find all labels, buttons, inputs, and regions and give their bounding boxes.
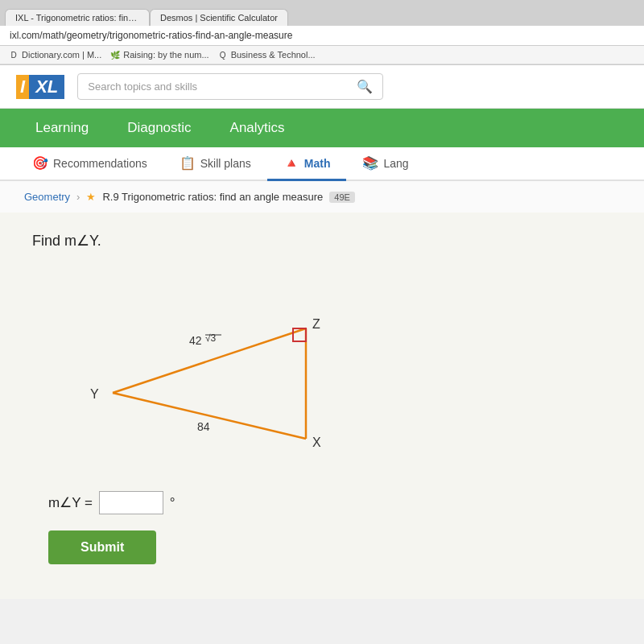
- vertex-x-label: X: [312, 436, 321, 449]
- bookmark-icon-raising: 🌿: [109, 49, 121, 60]
- math-icon: 🔺: [283, 155, 299, 171]
- ixl-header: I XL Search topics and skills 🔍: [0, 65, 644, 109]
- answer-label: m∠Y =: [48, 494, 93, 511]
- search-placeholder: Search topics and skills: [88, 80, 197, 93]
- bookmarks-bar: D Dictionary.com | M... 🌿 Raising: by th…: [0, 46, 644, 64]
- degree-symbol: °: [170, 495, 175, 511]
- search-bar[interactable]: Search topics and skills 🔍: [77, 73, 383, 100]
- sub-nav: 🎯 Recommendations 📋 Skill plans 🔺 Math 📚…: [0, 147, 644, 181]
- svg-text:√3: √3: [205, 332, 217, 344]
- bookmark-icon-business: Q: [217, 49, 229, 60]
- breadcrumb: Geometry › ★ R.9 Trigonometric ratios: f…: [0, 181, 644, 213]
- search-icon: 🔍: [357, 79, 373, 94]
- address-text: ixl.com/math/geometry/trigonometric-rati…: [10, 30, 292, 41]
- answer-input[interactable]: [99, 491, 163, 514]
- breadcrumb-badge: 49E: [329, 192, 355, 203]
- lang-icon: 📚: [362, 155, 378, 171]
- recommendations-label: Recommendations: [53, 157, 147, 170]
- address-bar[interactable]: ixl.com/math/geometry/trigonometric-rati…: [0, 26, 644, 46]
- skill-plans-label: Skill plans: [200, 157, 251, 170]
- subnav-math[interactable]: 🔺 Math: [267, 147, 347, 181]
- bookmark-label-business: Business & Technol...: [231, 50, 316, 60]
- inactive-tab[interactable]: Desmos | Scientific Calculator: [150, 9, 288, 26]
- vertex-z-label: Z: [312, 317, 320, 331]
- bookmark-business[interactable]: Q Business & Technol...: [217, 49, 316, 60]
- vertex-y-label: Y: [90, 387, 99, 401]
- triangle-diagram: Y Z X 42 √3 84: [56, 274, 362, 467]
- answer-area: m∠Y = °: [48, 491, 612, 514]
- nav-analytics[interactable]: Analytics: [211, 109, 304, 147]
- subnav-lang[interactable]: 📚 Lang: [346, 147, 424, 181]
- bookmark-raising[interactable]: 🌿 Raising: by the num...: [109, 49, 208, 60]
- triangle-svg: Y Z X 42 √3 84: [56, 274, 362, 467]
- math-label: Math: [304, 157, 331, 170]
- tab-bar: IXL - Trigonometric ratios: find ... Des…: [0, 0, 644, 26]
- bookmark-dictionary[interactable]: D Dictionary.com | M...: [8, 49, 101, 60]
- browser-chrome: IXL - Trigonometric ratios: find ... Des…: [0, 0, 644, 65]
- content-area: Find m∠Y. Y Z X 42 √3 84 m∠Y =: [0, 213, 644, 599]
- subnav-recommendations[interactable]: 🎯 Recommendations: [16, 147, 163, 181]
- breadcrumb-current: R.9 Trigonometric ratios: find an angle …: [102, 191, 323, 203]
- logo-xl: XL: [29, 75, 64, 99]
- nav-diagnostic[interactable]: Diagnostic: [108, 109, 210, 147]
- breadcrumb-separator: ›: [76, 191, 80, 203]
- side-yz-label: 42: [189, 334, 202, 347]
- logo-i: I: [16, 75, 29, 99]
- lang-label: Lang: [383, 157, 408, 170]
- skill-plans-icon: 📋: [180, 155, 196, 171]
- bookmark-icon-dictionary: D: [8, 49, 19, 60]
- submit-button[interactable]: Submit: [48, 530, 156, 564]
- ixl-logo[interactable]: I XL: [16, 75, 64, 99]
- bookmark-label-raising: Raising: by the num...: [123, 50, 208, 60]
- recommendations-icon: 🎯: [32, 155, 48, 171]
- breadcrumb-star-icon: ★: [86, 191, 96, 203]
- subnav-skill-plans[interactable]: 📋 Skill plans: [163, 147, 267, 181]
- nav-learning[interactable]: Learning: [16, 109, 108, 147]
- bookmark-label-dictionary: Dictionary.com | M...: [22, 50, 101, 60]
- nav-bar: Learning Diagnostic Analytics: [0, 109, 644, 147]
- problem-title: Find m∠Y.: [32, 232, 612, 250]
- breadcrumb-parent[interactable]: Geometry: [24, 191, 70, 203]
- active-tab[interactable]: IXL - Trigonometric ratios: find ...: [5, 9, 150, 26]
- side-yx-label: 84: [197, 420, 210, 433]
